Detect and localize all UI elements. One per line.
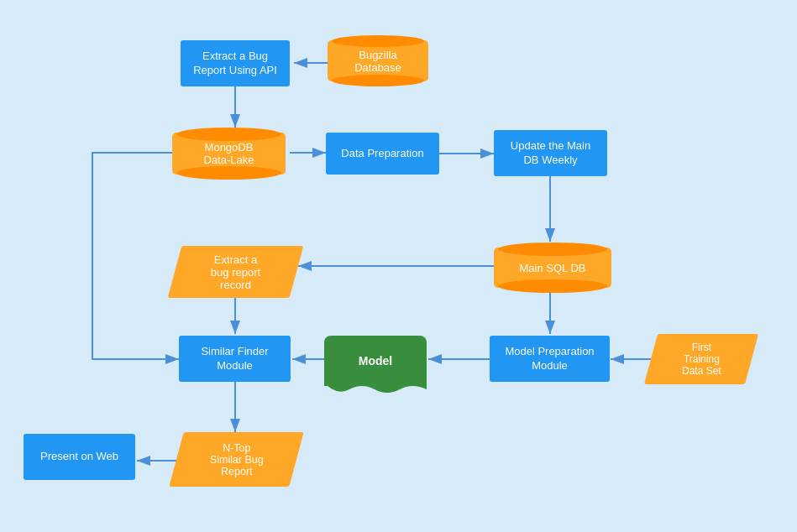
update-db-label: Update the Main DB Weekly	[511, 139, 590, 168]
present-web-label: Present on Web	[40, 450, 118, 464]
mongodb-node: MongoDB Data-Lake	[172, 124, 286, 183]
ntop-label: N-Top Similar Bug Report	[210, 442, 264, 477]
update-db-node: Update the Main DB Weekly	[494, 130, 607, 176]
main-sql-node: Main SQL DB	[494, 239, 611, 296]
diagram-container: Extract a Bug Report Using API Bugzilla …	[0, 0, 797, 532]
first-training-label: First Training Data Set	[682, 342, 721, 377]
extract-bug-label: Extract a bug report record	[211, 253, 260, 291]
model-prep-label: Model Preparation Module	[505, 345, 594, 373]
data-prep-label: Data Preparation	[341, 147, 423, 161]
present-web-node: Present on Web	[24, 434, 135, 480]
main-sql-label: Main SQL DB	[520, 262, 586, 274]
ntop-node: N-Top Similar Bug Report	[169, 432, 303, 487]
model-prep-node: Model Preparation Module	[490, 336, 610, 382]
model-label: Model	[359, 354, 392, 368]
bugzilla-node: Bugzilla Database	[328, 34, 428, 88]
data-prep-node: Data Preparation	[326, 133, 439, 175]
extract-api-node: Extract a Bug Report Using API	[181, 40, 290, 86]
model-node: Model	[324, 336, 427, 386]
mongodb-label: MongoDB Data-Lake	[204, 141, 254, 166]
extract-api-label: Extract a Bug Report Using API	[193, 50, 277, 78]
first-training-node: First Training Data Set	[644, 334, 758, 384]
similar-finder-node: Similar Finder Module	[179, 336, 291, 382]
extract-bug-node: Extract a bug report record	[168, 246, 304, 298]
bugzilla-label: Bugzilla Database	[354, 49, 401, 74]
similar-finder-label: Similar Finder Module	[201, 345, 268, 373]
